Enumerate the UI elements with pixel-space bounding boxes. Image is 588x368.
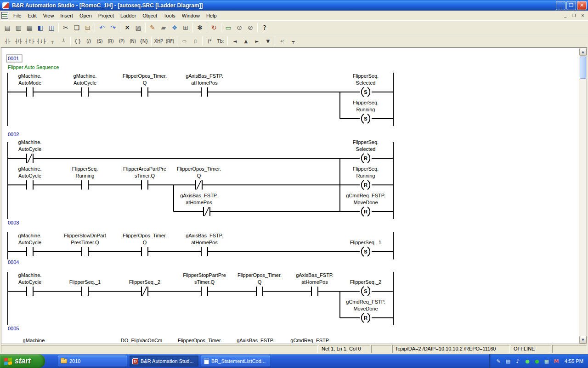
contact-no-icon[interactable]: ┤├ bbox=[2, 36, 13, 46]
undo-icon[interactable]: ↶ bbox=[96, 23, 107, 33]
edit-tool-icon[interactable]: ✎ bbox=[147, 23, 158, 33]
task-2010[interactable]: 2010 bbox=[58, 356, 127, 367]
start-button[interactable]: start bbox=[0, 354, 45, 368]
layers-icon[interactable]: ❖ bbox=[169, 23, 180, 33]
messenger-tray-icon[interactable]: M bbox=[553, 357, 560, 365]
coil-pos-icon[interactable]: (P) bbox=[116, 36, 127, 46]
function-block2-icon[interactable]: ▯ bbox=[190, 36, 201, 46]
mdi-restore-button[interactable]: ❐ bbox=[570, 12, 578, 19]
close-button[interactable]: ✕ bbox=[577, 1, 587, 10]
power-rail-icon[interactable]: ┯ bbox=[288, 36, 299, 46]
move-right-icon[interactable]: ► bbox=[251, 36, 262, 46]
operand-label: AutoMode bbox=[18, 80, 41, 86]
grid-icon[interactable]: ⊞ bbox=[180, 23, 191, 33]
ladder-diagram-area: 0001Flipper Auto SequencegMachine.AutoMo… bbox=[1, 47, 587, 344]
display-tray-icon[interactable]: ▤ bbox=[504, 357, 512, 365]
toolbar-separator bbox=[58, 23, 59, 32]
toolbar-separator bbox=[95, 23, 95, 32]
ladder-editor[interactable]: 0001Flipper Auto SequencegMachine.AutoMo… bbox=[1, 48, 579, 344]
xhp-icon[interactable]: XHP bbox=[153, 36, 164, 46]
pen-tray-icon[interactable]: ✎ bbox=[495, 357, 502, 365]
cut-icon[interactable]: ✂ bbox=[60, 23, 71, 33]
copy-icon[interactable]: ❏ bbox=[71, 23, 82, 33]
redo-icon[interactable]: ↷ bbox=[107, 23, 119, 33]
network-number-0002[interactable]: 0002 bbox=[8, 132, 19, 137]
menu-help[interactable]: Help bbox=[203, 12, 220, 20]
menu-edit[interactable]: Edit bbox=[25, 12, 40, 20]
menubar: FileEditViewInsertOpenProjectLadderObjec… bbox=[0, 11, 588, 21]
network-number-0005[interactable]: 0005 bbox=[8, 326, 19, 331]
task-automation-studio[interactable]: BB&R Automation Stud... bbox=[130, 356, 198, 367]
operand-label: gMachine. bbox=[23, 338, 46, 343]
toolbar-separator bbox=[192, 23, 193, 32]
coil-reset-icon[interactable]: (R) bbox=[105, 36, 116, 46]
menu-ladder[interactable]: Ladder bbox=[117, 12, 139, 20]
coil-negated-icon[interactable]: (/) bbox=[83, 36, 94, 46]
move-up-icon[interactable]: ▲ bbox=[240, 36, 251, 46]
contact-nc-icon[interactable]: ┤/├ bbox=[13, 36, 24, 46]
open-document-icon[interactable]: ▥ bbox=[13, 23, 24, 33]
task-statement-list[interactable]: BR_StatementListCod... bbox=[201, 356, 270, 367]
network-number-0001[interactable]: 0001 bbox=[8, 56, 19, 61]
stop-icon[interactable]: ⊘ bbox=[245, 23, 256, 33]
start-label: start bbox=[15, 357, 31, 365]
move-down-icon[interactable]: ▼ bbox=[262, 36, 273, 46]
operand-label: gAxisBas_FSTP. bbox=[186, 73, 223, 79]
scrollbar-down-button[interactable]: ▼ bbox=[579, 336, 587, 344]
status-green2-tray-icon[interactable]: ● bbox=[533, 357, 541, 365]
new-document-icon[interactable]: ▤ bbox=[2, 23, 13, 33]
network-tray-icon[interactable]: ▦ bbox=[543, 357, 550, 365]
mdi-close-button[interactable]: ✕ bbox=[579, 12, 587, 19]
help-icon[interactable]: ? bbox=[259, 23, 270, 33]
restore-button[interactable]: ❐ bbox=[566, 1, 576, 10]
scrollbar-up-button[interactable]: ▲ bbox=[579, 48, 587, 56]
operand-label: Q bbox=[143, 80, 147, 86]
save-icon[interactable]: ◧ bbox=[35, 23, 46, 33]
properties-icon[interactable]: ▨ bbox=[133, 23, 144, 33]
system-tray: ✎▤♪●●▦M 4:55 PM bbox=[489, 354, 588, 368]
save-all-icon[interactable]: ◫ bbox=[46, 23, 57, 33]
network-number-0004[interactable]: 0004 bbox=[8, 259, 19, 265]
comment-icon[interactable]: (* bbox=[204, 36, 215, 46]
contact-neg-edge-icon[interactable]: ┤↓├ bbox=[35, 36, 47, 46]
watch-icon[interactable]: ⊙ bbox=[234, 23, 245, 33]
coil-neg-icon[interactable]: (N) bbox=[127, 36, 138, 46]
automation-studio-window: B&R Automation Studio - [RomoC_1H] - [au… bbox=[0, 0, 588, 368]
menu-project[interactable]: Project bbox=[95, 12, 117, 20]
monitor-icon[interactable]: ▭ bbox=[223, 23, 234, 33]
label-icon[interactable]: Tb: bbox=[215, 36, 226, 46]
function-block-icon[interactable]: ▭ bbox=[179, 36, 190, 46]
settings-icon[interactable]: ✱ bbox=[194, 23, 205, 33]
menu-object[interactable]: Object bbox=[139, 12, 160, 20]
volume-tray-icon[interactable]: ♪ bbox=[514, 357, 521, 365]
menu-view[interactable]: View bbox=[40, 12, 57, 20]
branch-close-icon[interactable]: ┴ bbox=[58, 36, 69, 46]
enter-icon[interactable]: ↵ bbox=[277, 36, 288, 46]
br-icon: B bbox=[132, 358, 138, 364]
delete-icon[interactable]: ✕ bbox=[122, 23, 133, 33]
coil-icon[interactable]: { } bbox=[72, 36, 83, 46]
branch-open-icon[interactable]: ┬ bbox=[47, 36, 58, 46]
rf-icon[interactable]: (RF) bbox=[164, 36, 175, 46]
move-left-icon[interactable]: ◄ bbox=[229, 36, 240, 46]
menu-file[interactable]: File bbox=[10, 12, 25, 20]
status-green-tray-icon[interactable]: ● bbox=[524, 357, 531, 365]
network-number-0003[interactable]: 0003 bbox=[8, 220, 19, 225]
print-icon[interactable]: ▦ bbox=[24, 23, 35, 33]
scrollbar-thumb[interactable] bbox=[580, 57, 586, 79]
contact-pos-edge-icon[interactable]: ┤↑├ bbox=[24, 36, 35, 46]
minimize-button[interactable]: _ bbox=[556, 1, 565, 10]
menu-tools[interactable]: Tools bbox=[160, 12, 179, 20]
menu-window[interactable]: Window bbox=[179, 12, 203, 20]
brush-icon[interactable]: ▰ bbox=[158, 23, 169, 33]
vertical-scrollbar[interactable]: ▲ ▼ bbox=[579, 48, 587, 344]
paste-icon[interactable]: ⊟ bbox=[82, 23, 93, 33]
menu-open[interactable]: Open bbox=[76, 12, 95, 20]
menu-insert[interactable]: Insert bbox=[57, 12, 76, 20]
coil-symbol: S bbox=[364, 89, 367, 95]
transfer-icon[interactable]: ↻ bbox=[209, 23, 220, 33]
coil-set-icon[interactable]: (S) bbox=[94, 36, 105, 46]
toolbar-separator bbox=[120, 23, 120, 32]
mdi-minimize-button[interactable]: _ bbox=[561, 12, 569, 19]
coil-latch-icon[interactable]: {N} bbox=[138, 36, 150, 46]
